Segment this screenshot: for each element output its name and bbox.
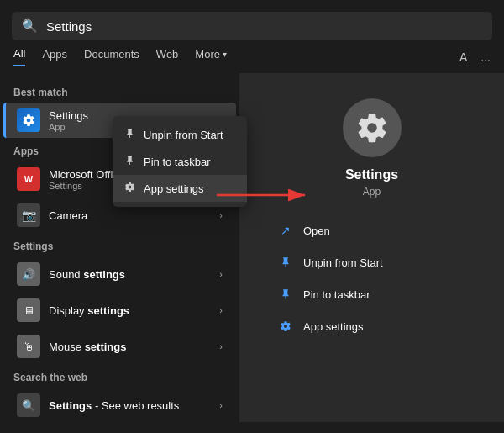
right-action-app-settings[interactable]: App settings [273, 310, 470, 342]
office-icon: W [17, 167, 40, 191]
right-actions: ↗ Open Unpin from Start Pin to taskbar [256, 214, 487, 342]
right-app-type: App [363, 186, 381, 198]
best-match-label: Best match [0, 80, 239, 102]
unpin-icon [276, 253, 295, 272]
context-menu-app-settings[interactable]: App settings [113, 175, 247, 202]
sound-text: Sound settings [49, 268, 219, 281]
ctx-pin-label: Pin to taskbar [144, 156, 211, 168]
ctx-pin-icon [124, 155, 135, 168]
mouse-title: Mouse settings [49, 341, 219, 353]
list-item-web-search[interactable]: 🔍 Settings - See web results › [3, 388, 236, 422]
mouse-icon: 🖱 [17, 335, 40, 358]
main-layout: Best match Settings App Apps W Microsoft… [0, 73, 504, 422]
settings-icon [17, 108, 40, 132]
display-arrow: › [219, 305, 223, 315]
tab-documents[interactable]: Documents [84, 48, 139, 66]
pin-taskbar-label: Pin to taskbar [303, 288, 370, 301]
search-bar: 🔍 [12, 12, 492, 40]
list-item-mouse[interactable]: 🖱 Mouse settings › [3, 329, 236, 364]
tab-web[interactable]: Web [156, 48, 179, 66]
app-settings-icon [276, 317, 295, 335]
mouse-arrow: › [219, 341, 223, 351]
sound-title: Sound settings [49, 268, 219, 281]
right-app-name: Settings [345, 167, 398, 182]
web-search-title: Settings - See web results [49, 399, 219, 412]
context-menu: Unpin from Start Pin to taskbar App sett… [113, 116, 247, 207]
context-menu-pin-taskbar[interactable]: Pin to taskbar [113, 148, 247, 175]
camera-text: Camera [49, 209, 219, 222]
unpin-label: Unpin from Start [303, 256, 383, 269]
context-menu-unpin[interactable]: Unpin from Start [113, 121, 247, 148]
tab-right-controls: A ... [459, 50, 491, 64]
ctx-unpin-icon [124, 128, 135, 141]
ctx-unpin-label: Unpin from Start [144, 129, 223, 141]
app-settings-label: App settings [303, 320, 364, 333]
app-icon-large [343, 98, 402, 157]
pin-taskbar-icon [276, 285, 295, 304]
camera-icon: 📷 [17, 203, 40, 227]
open-label: Open [303, 224, 330, 237]
web-search-text: Settings - See web results [49, 399, 219, 412]
font-size-button[interactable]: A [459, 50, 467, 64]
open-icon: ↗ [276, 221, 295, 240]
chevron-down-icon: ▾ [223, 50, 227, 59]
more-options-button[interactable]: ... [480, 50, 491, 64]
sound-arrow: › [219, 269, 223, 279]
settings-section-label: Settings [0, 234, 239, 256]
right-action-pin-taskbar[interactable]: Pin to taskbar [273, 278, 470, 310]
display-title: Display settings [49, 304, 219, 317]
display-text: Display settings [49, 304, 219, 317]
right-action-unpin[interactable]: Unpin from Start [273, 246, 470, 278]
search-web-label: Search the web [0, 365, 239, 387]
right-panel: Settings App ↗ Open Unpin from Start Pin… [239, 73, 504, 422]
list-item-display[interactable]: 🖥 Display settings › [3, 293, 236, 328]
tab-more[interactable]: More ▾ [195, 48, 227, 66]
tabs-bar: All Apps Documents Web More ▾ A ... [0, 40, 504, 66]
web-search-icon: 🔍 [17, 393, 40, 417]
mouse-text: Mouse settings [49, 341, 219, 353]
display-icon: 🖥 [17, 298, 40, 322]
tab-all[interactable]: All [13, 47, 25, 66]
camera-arrow: › [219, 210, 223, 220]
ctx-app-settings-icon [124, 182, 135, 195]
right-action-open[interactable]: ↗ Open [273, 214, 470, 246]
camera-title: Camera [49, 209, 219, 222]
search-input[interactable] [46, 19, 482, 34]
ctx-app-settings-label: App settings [144, 182, 204, 195]
web-search-arrow: › [219, 400, 223, 410]
list-item-sound[interactable]: 🔊 Sound settings › [3, 256, 236, 292]
sound-icon: 🔊 [17, 262, 40, 286]
tab-apps[interactable]: Apps [42, 48, 67, 66]
search-icon: 🔍 [22, 18, 38, 34]
